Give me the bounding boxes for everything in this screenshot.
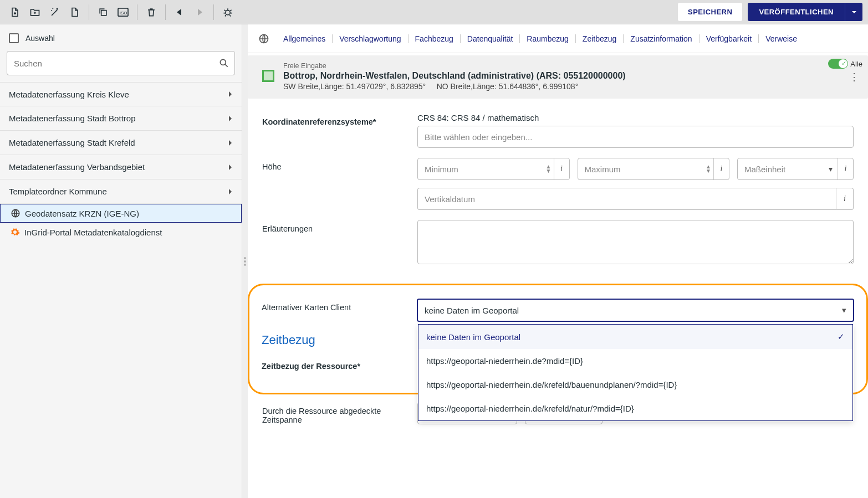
copy-icon[interactable] (94, 3, 113, 22)
tabs: Allgemeines Verschlagwortung Fachbezug D… (248, 24, 868, 53)
tree-leaf-service[interactable]: InGrid-Portal Metadatenkatalogdienst (0, 223, 242, 242)
max-field[interactable]: ▲▼ i (578, 158, 730, 180)
svg-text:ISO: ISO (120, 10, 127, 15)
tree-leaf-label: InGrid-Portal Metadatenkatalogdienst (24, 228, 162, 237)
zeitspanne-label: Durch die Ressource abgedeckte Zeitspann… (262, 402, 417, 424)
tree-label: Metadatenerfassung Verbandsgebiet (9, 162, 145, 172)
select-all-checkbox[interactable] (9, 33, 19, 43)
doc-icon[interactable] (65, 3, 84, 22)
min-input[interactable] (418, 165, 544, 174)
unit-placeholder: Maßeinheit (744, 165, 823, 174)
zeitbezug-ressource-label: Zeitbezug der Ressource* (262, 357, 417, 371)
tree-folder[interactable]: Metadatenerfassung Stadt Bottrop (0, 106, 242, 131)
tree-label: Templateordner Kommune (9, 187, 107, 196)
tree-label: Metadatenerfassung Stadt Bottrop (9, 114, 135, 123)
publish-button[interactable]: VERÖFFENTLICHEN (748, 3, 845, 21)
delete-icon[interactable] (142, 3, 161, 22)
crs-input[interactable] (417, 126, 854, 148)
wand-icon[interactable] (45, 3, 64, 22)
spatial-card: Freie Eingabe Bottrop, Nordrhein-Westfal… (248, 55, 868, 99)
chevron-right-icon (227, 188, 233, 196)
spinner-icon[interactable]: ▲▼ (544, 165, 554, 173)
crs-value: CRS 84: CRS 84 / mathematisch (417, 113, 854, 122)
tree-folder[interactable]: Metadatenerfassung Stadt Krefeld (0, 131, 242, 155)
max-input[interactable] (578, 165, 704, 174)
tree-leaf-geodatensatz[interactable]: Geodatensatz KRZN (IGE-NG) (0, 204, 242, 223)
publish-dropdown-button[interactable] (845, 3, 862, 21)
new-doc-icon[interactable] (6, 3, 24, 22)
tab-raumbezug[interactable]: Raumbezug (520, 34, 576, 43)
spinner-icon[interactable]: ▲▼ (703, 165, 713, 173)
tab-zusatzinformation[interactable]: Zusatzinformation (624, 34, 699, 43)
search-icon[interactable] (218, 58, 229, 69)
caret-down-icon: ▾ (823, 165, 838, 173)
bug-icon[interactable] (218, 3, 237, 22)
tree-list: Metadatenerfassung Kreis Kleve Metadaten… (0, 82, 242, 498)
dropdown-option[interactable]: https://geoportal-niederrhein.de/krefeld… (418, 373, 852, 397)
prev-icon[interactable] (170, 3, 189, 22)
svg-point-4 (220, 59, 226, 65)
new-folder-icon[interactable] (25, 3, 44, 22)
tree-label: Metadatenerfassung Kreis Kleve (9, 90, 129, 99)
gear-icon (10, 227, 20, 237)
card-label: Freie Eingabe (283, 62, 626, 70)
save-button[interactable]: SPEICHERN (678, 3, 742, 21)
info-icon[interactable]: i (838, 158, 853, 179)
content: Allgemeines Verschlagwortung Fachbezug D… (248, 24, 868, 498)
tab-allgemeines[interactable]: Allgemeines (277, 34, 333, 43)
tree-folder[interactable]: Metadatenerfassung Kreis Kleve (0, 82, 242, 106)
globe-icon (11, 208, 21, 218)
info-icon[interactable]: i (554, 158, 569, 179)
tree-leaf-label: Geodatensatz KRZN (IGE-NG) (25, 209, 139, 218)
akc-dropdown: keine Daten im Geoportal ✓ https://geopo… (418, 324, 853, 421)
info-icon[interactable]: i (713, 158, 729, 179)
svg-point-3 (226, 10, 230, 14)
tree-label: Metadatenerfassung Stadt Krefeld (9, 138, 135, 147)
globe-icon (254, 33, 273, 44)
tab-verweise[interactable]: Verweise (759, 34, 804, 43)
more-icon[interactable]: ⋮ (849, 71, 862, 83)
dropdown-option[interactable]: https://geoportal-niederrhein.de?mdid={I… (418, 349, 852, 373)
erlauterungen-label: Erläuterungen (262, 220, 417, 233)
erlauterungen-textarea[interactable] (417, 220, 854, 264)
chevron-right-icon (227, 163, 233, 171)
check-icon: ✓ (838, 332, 845, 342)
dropdown-option[interactable]: https://geoportal-niederrhein.de/krefeld… (418, 397, 852, 420)
search-input[interactable] (7, 51, 235, 75)
select-all-label: Auswahl (25, 34, 55, 43)
top-toolbar: ISO SPEICHERN VERÖFFENTLICHEN (0, 0, 868, 24)
info-icon[interactable]: i (836, 188, 854, 210)
akc-label: Alternativer Karten Client (262, 299, 417, 312)
tab-zeitbezug[interactable]: Zeitbezug (576, 34, 624, 43)
chevron-right-icon (227, 90, 233, 98)
spatial-marker-icon (262, 70, 274, 82)
next-icon (190, 3, 209, 22)
vertikaldatum-input[interactable] (417, 188, 836, 210)
splitter[interactable] (242, 24, 248, 498)
akc-value: keine Daten im Geoportal (425, 306, 519, 315)
caret-down-icon: ▾ (842, 305, 846, 315)
iso-icon[interactable]: ISO (114, 3, 132, 22)
tree-folder[interactable]: Templateordner Kommune (0, 179, 242, 204)
tab-verschlagwortung[interactable]: Verschlagwortung (333, 34, 408, 43)
toggle-all[interactable]: ✓ (828, 59, 848, 69)
tab-datenqualitaet[interactable]: Datenqualität (461, 34, 520, 43)
tree-folder[interactable]: Metadatenerfassung Verbandsgebiet (0, 155, 242, 179)
sw-coords: SW Breite,Länge: 51.497029°, 6.832895° (283, 82, 426, 91)
akc-select[interactable]: keine Daten im Geoportal ▾ keine Daten i… (417, 299, 854, 322)
no-coords: NO Breite,Länge: 51.644836°, 6.999108° (437, 82, 579, 91)
tab-verfuegbarkeit[interactable]: Verfügbarkeit (699, 34, 759, 43)
tab-fachbezug[interactable]: Fachbezug (409, 34, 461, 43)
chevron-right-icon (227, 139, 233, 147)
card-title: Bottrop, Nordrhein-Westfalen, Deutschlan… (283, 71, 626, 81)
svg-rect-0 (101, 10, 106, 15)
toggle-all-label: Alle (850, 60, 862, 68)
min-field[interactable]: ▲▼ i (417, 158, 570, 180)
unit-field[interactable]: Maßeinheit ▾ i (737, 158, 854, 180)
dropdown-option[interactable]: keine Daten im Geoportal ✓ (418, 325, 852, 349)
hoehe-label: Höhe (262, 158, 417, 171)
sidebar: Auswahl Metadatenerfassung Kreis Kleve M… (0, 24, 242, 498)
crs-label: Koordinatenreferenzsysteme* (262, 113, 417, 126)
highlight-box: Alternativer Karten Client keine Daten i… (248, 284, 868, 394)
chevron-right-icon (227, 115, 233, 122)
